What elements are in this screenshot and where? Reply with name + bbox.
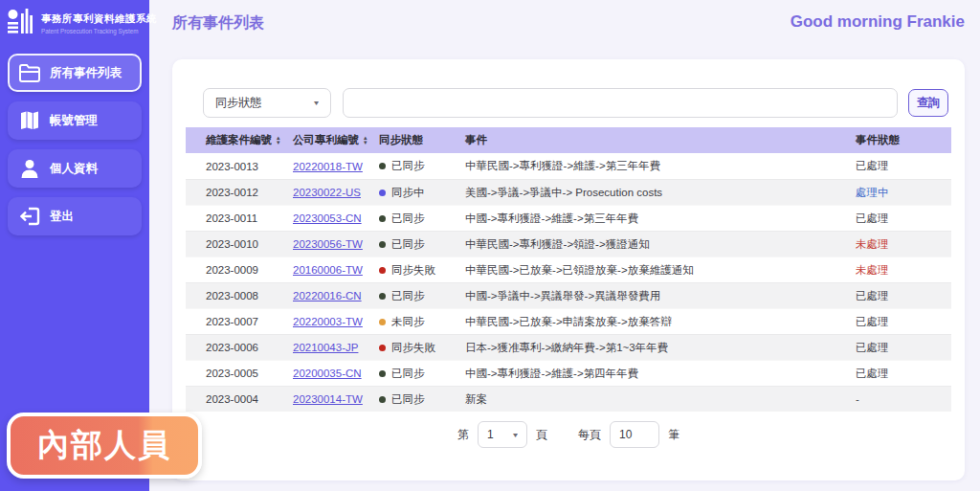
cell-event-status: - (856, 393, 951, 405)
cell-event: 日本->獲准專利->繳納年費->第1~3年年費 (465, 341, 856, 355)
cell-event: 中華民國->專利獲證->維護->第三年年費 (465, 159, 856, 173)
cell-case-no: 2023-0012 (206, 187, 258, 198)
cell-patent-no-link[interactable]: 20200035-CN (293, 368, 362, 379)
sync-status-dot (379, 370, 386, 377)
cell-patent-no-link[interactable]: 20220016-CN (293, 290, 362, 301)
cell-event-status: 處理中 (856, 186, 951, 200)
events-card: 同步狀態 ▾ 查詢 維護案件編號 ▴▾ 公司專利編號 ▴▾ 同步狀態 事件 事件… (172, 59, 965, 480)
cell-patent-no-link[interactable]: 20220003-TW (293, 316, 363, 327)
per-page-input[interactable] (610, 421, 659, 448)
table-row: 2023-0006 20210043-JP 同步失敗 日本->獲准專利->繳納年… (186, 334, 951, 360)
logout-icon (19, 206, 40, 227)
cell-patent-no-link[interactable]: 20220018-TW (293, 161, 363, 172)
sidebar-item-all-events[interactable]: 所有事件列表 (8, 54, 142, 92)
cell-sync-status: 已同步 (391, 237, 425, 252)
cell-event: 美國->爭議->爭議中-> Prosecution costs (465, 186, 856, 200)
cell-patent-no-link[interactable]: 20230053-CN (293, 212, 362, 224)
sidebar-item-label: 帳號管理 (50, 113, 98, 129)
table-header-row: 維護案件編號 ▴▾ 公司專利編號 ▴▾ 同步狀態 事件 事件狀態 (186, 127, 951, 153)
table-row: 2023-0004 20230014-TW 已同步 新案 - (186, 386, 951, 412)
cell-patent-no-link[interactable]: 20230056-TW (293, 238, 363, 250)
cell-event-status: 已處理 (856, 315, 951, 329)
cell-case-no: 2023-0008 (206, 290, 258, 301)
table-row: 2023-0010 20230056-TW 已同步 中華民國->專利獲證->領證… (186, 231, 951, 257)
cell-patent-no-link[interactable]: 20160006-TW (293, 264, 363, 276)
cell-sync-status: 已同步 (391, 392, 425, 407)
cell-event-status: 未處理 (856, 263, 951, 278)
pagination-page-suffix: 頁 (536, 427, 547, 443)
table-row: 2023-0005 20200035-CN 已同步 中國->專利獲證->維護->… (186, 360, 951, 386)
book-icon (19, 110, 40, 131)
sidebar-item-account-management[interactable]: 帳號管理 (8, 101, 142, 140)
cell-event: 中國->爭議中->異議舉發->異議舉發費用 (465, 289, 856, 303)
cell-event: 中華民國->已放棄->已領證放棄->放棄維護通知 (465, 263, 856, 278)
page-number-value: 1 (487, 428, 494, 441)
person-icon (19, 158, 40, 179)
cell-patent-no-link[interactable]: 20230014-TW (293, 393, 363, 405)
cell-event-status: 已處理 (856, 212, 951, 226)
cell-event-status: 已處理 (856, 289, 951, 303)
col-header-patent-no: 公司專利編號 (293, 133, 359, 147)
table-row: 2023-0012 20230022-US 同步中 美國->爭議->爭議中-> … (186, 179, 951, 205)
table-row: 2023-0008 20220016-CN 已同步 中國->爭議中->異議舉發-… (186, 282, 951, 308)
sidebar-item-label: 個人資料 (50, 161, 98, 177)
table-row: 2023-0009 20160006-TW 同步失敗 中華民國->已放棄->已領… (186, 257, 951, 282)
sidebar-menu: 所有事件列表 帳號管理 個人資料 (0, 54, 149, 235)
per-page-suffix: 筆 (668, 427, 679, 443)
cell-case-no: 2023-0010 (206, 238, 258, 250)
cell-sync-status: 已同步 (391, 367, 425, 381)
cell-case-no: 2023-0005 (206, 368, 258, 379)
cell-case-no: 2023-0004 (206, 393, 258, 405)
sync-status-select[interactable]: 同步狀態 ▾ (203, 88, 331, 118)
cell-event-status: 已處理 (856, 341, 951, 355)
chevron-down-icon: ▾ (513, 431, 518, 439)
table-row: 2023-0013 20220018-TW 已同步 中華民國->專利獲證->維護… (186, 153, 951, 179)
cell-patent-no-link[interactable]: 20230022-US (293, 187, 361, 198)
cell-sync-status: 同步失敗 (391, 263, 435, 278)
main-content: 所有事件列表 Good morning Frankie 同步狀態 ▾ 查詢 維護… (149, 0, 980, 491)
app-title: 事務所專利資料維護系統 (41, 12, 157, 26)
pagination-page-prefix: 第 (457, 427, 469, 443)
search-button[interactable]: 查詢 (908, 89, 948, 117)
sync-status-select-value: 同步狀態 (215, 95, 261, 111)
sidebar-item-logout[interactable]: 登出 (8, 197, 142, 235)
search-input[interactable] (343, 88, 898, 118)
cell-case-no: 2023-0011 (206, 212, 257, 224)
sync-status-dot (379, 190, 386, 196)
sync-status-dot (379, 163, 386, 169)
pagination: 第 1 ▾ 頁 每頁 筆 (172, 421, 965, 448)
app-logo-icon (8, 9, 34, 38)
sidebar-item-label: 登出 (50, 209, 74, 225)
cell-sync-status: 已同步 (391, 159, 425, 173)
sync-status-dot (379, 293, 386, 300)
cell-sync-status: 已同步 (391, 212, 425, 226)
sync-status-dot (379, 345, 386, 351)
events-table: 維護案件編號 ▴▾ 公司專利編號 ▴▾ 同步狀態 事件 事件狀態 2023-00… (186, 127, 951, 412)
sidebar-item-label: 所有事件列表 (50, 65, 122, 81)
cell-patent-no-link[interactable]: 20210043-JP (293, 342, 358, 353)
cell-event: 中華民國->專利獲證->領證->獲證通知 (465, 237, 856, 252)
col-header-event: 事件 (465, 133, 856, 147)
folder-icon (19, 62, 40, 83)
sync-status-dot (379, 396, 386, 403)
per-page-label: 每頁 (578, 427, 601, 443)
page-number-select[interactable]: 1 ▾ (478, 421, 527, 448)
cell-sync-status: 同步失敗 (391, 341, 435, 355)
chevron-down-icon: ▾ (314, 99, 319, 107)
sync-status-dot (379, 319, 386, 325)
cell-sync-status: 已同步 (391, 289, 425, 303)
table-body: 2023-0013 20220018-TW 已同步 中華民國->專利獲證->維護… (186, 153, 951, 412)
sidebar-item-profile[interactable]: 個人資料 (8, 149, 142, 188)
sort-icon[interactable]: ▴▾ (277, 136, 280, 145)
table-row: 2023-0011 20230053-CN 已同步 中國->專利獲證->維護->… (186, 205, 951, 231)
role-badge: 內部人員 (7, 413, 202, 479)
col-header-event-status: 事件狀態 (856, 133, 951, 147)
cell-sync-status: 未同步 (391, 315, 425, 329)
sort-icon[interactable]: ▴▾ (364, 136, 368, 145)
app-logo: 事務所專利資料維護系統 Patent Prosecution Tracking … (0, 0, 149, 44)
cell-event: 新案 (465, 392, 856, 407)
col-header-case-no: 維護案件編號 (206, 133, 272, 147)
cell-event: 中國->專利獲證->維護->第四年年費 (465, 367, 856, 381)
cell-event-status: 已處理 (856, 367, 951, 381)
sync-status-dot (379, 241, 386, 248)
